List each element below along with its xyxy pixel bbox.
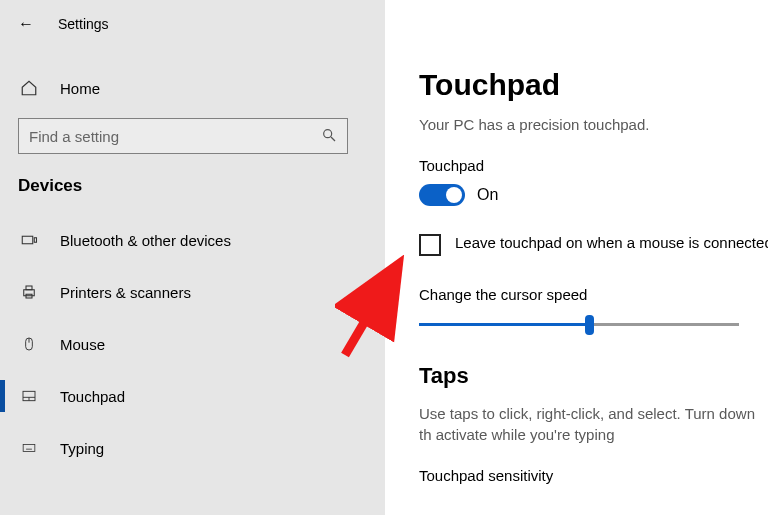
home-label: Home	[60, 80, 100, 97]
toggle-state: On	[477, 186, 498, 204]
printer-icon	[18, 283, 40, 301]
touchpad-icon	[18, 388, 40, 404]
page-title: Touchpad	[419, 68, 768, 102]
sidebar-item-label: Touchpad	[60, 388, 125, 405]
touchpad-toggle-label: Touchpad	[419, 157, 768, 174]
back-icon[interactable]: ←	[18, 15, 34, 33]
app-title: Settings	[58, 16, 109, 32]
mouse-icon	[18, 335, 40, 353]
home-nav[interactable]: Home	[0, 66, 385, 110]
page-subtitle: Your PC has a precision touchpad.	[419, 116, 768, 133]
leave-touchpad-checkbox[interactable]	[419, 234, 441, 256]
taps-description: Use taps to click, right-click, and sele…	[419, 403, 768, 445]
checkbox-label: Leave touchpad on when a mouse is connec…	[455, 234, 768, 251]
home-icon	[18, 79, 40, 97]
sidebar-item-printers[interactable]: Printers & scanners	[0, 266, 385, 318]
search-icon	[321, 127, 337, 146]
taps-heading: Taps	[419, 363, 768, 389]
svg-point-0	[324, 129, 332, 137]
svg-rect-12	[23, 445, 35, 452]
sensitivity-label: Touchpad sensitivity	[419, 467, 768, 484]
sidebar-item-label: Printers & scanners	[60, 284, 191, 301]
keyboard-icon	[18, 441, 40, 455]
sidebar-item-touchpad[interactable]: Touchpad	[0, 370, 385, 422]
sidebar-item-label: Mouse	[60, 336, 105, 353]
sidebar-item-typing[interactable]: Typing	[0, 422, 385, 474]
cursor-speed-slider[interactable]	[419, 313, 739, 337]
svg-rect-4	[24, 290, 35, 296]
sidebar-section: Devices	[0, 154, 385, 204]
sidebar-item-mouse[interactable]: Mouse	[0, 318, 385, 370]
svg-rect-2	[22, 236, 33, 244]
sidebar-item-label: Typing	[60, 440, 104, 457]
sidebar-item-label: Bluetooth & other devices	[60, 232, 231, 249]
search-input[interactable]: Find a setting	[18, 118, 348, 154]
main-panel: Touchpad Your PC has a precision touchpa…	[385, 0, 768, 515]
sidebar: ← Settings Home Find a setting Devices B…	[0, 0, 385, 515]
svg-rect-5	[26, 286, 32, 290]
sidebar-item-bluetooth[interactable]: Bluetooth & other devices	[0, 214, 385, 266]
slider-thumb[interactable]	[585, 315, 594, 335]
svg-rect-3	[34, 238, 36, 243]
touchpad-toggle[interactable]	[419, 184, 465, 206]
svg-line-1	[331, 137, 335, 141]
bluetooth-icon	[18, 231, 40, 249]
cursor-speed-label: Change the cursor speed	[419, 286, 768, 303]
search-placeholder: Find a setting	[29, 128, 321, 145]
